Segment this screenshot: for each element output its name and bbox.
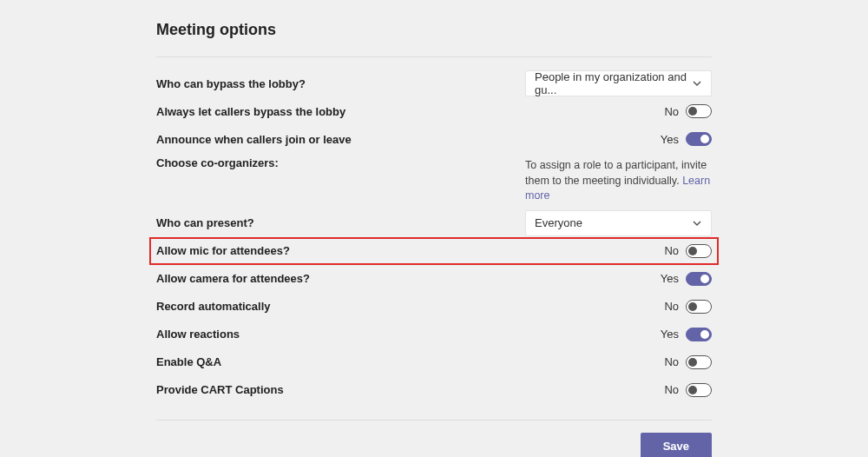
value-cart: No xyxy=(664,383,679,396)
toggle-enable-qa[interactable] xyxy=(686,355,712,369)
toggle-always-bypass[interactable] xyxy=(686,104,712,118)
row-allow-mic: Allow mic for attendees? No xyxy=(149,237,719,265)
label-cart: Provide CART Captions xyxy=(156,383,284,396)
value-announce: Yes xyxy=(661,133,679,146)
row-announce: Announce when callers join or leave Yes xyxy=(156,125,712,153)
label-coorganizers: Choose co-organizers: xyxy=(156,156,279,169)
meeting-options-panel: Meeting options Who can bypass the lobby… xyxy=(0,0,868,457)
label-allow-mic: Allow mic for attendees? xyxy=(156,244,290,257)
value-allow-camera: Yes xyxy=(661,272,679,285)
value-allow-mic: No xyxy=(664,244,679,257)
row-allow-reactions: Allow reactions Yes xyxy=(156,321,712,348)
chevron-down-icon xyxy=(692,218,702,228)
label-presenters: Who can present? xyxy=(156,216,254,229)
label-bypass-lobby: Who can bypass the lobby? xyxy=(156,77,306,90)
select-presenters-value: Everyone xyxy=(535,216,582,229)
toggle-announce[interactable] xyxy=(686,132,712,146)
page-title: Meeting options xyxy=(156,21,712,57)
value-always-bypass: No xyxy=(664,105,679,118)
footer: Save xyxy=(156,420,712,458)
toggle-cart[interactable] xyxy=(686,383,712,397)
row-always-bypass: Always let callers bypass the lobby No xyxy=(156,97,712,125)
row-presenters: Who can present? Everyone xyxy=(156,209,712,237)
toggle-allow-reactions[interactable] xyxy=(686,328,712,341)
label-allow-reactions: Allow reactions xyxy=(156,328,240,341)
select-bypass-lobby-value: People in my organization and gu... xyxy=(535,70,692,96)
value-allow-reactions: Yes xyxy=(661,328,679,341)
row-enable-qa: Enable Q&A No xyxy=(156,348,712,376)
row-bypass-lobby: Who can bypass the lobby? People in my o… xyxy=(156,70,712,97)
label-enable-qa: Enable Q&A xyxy=(156,355,221,368)
toggle-record-auto[interactable] xyxy=(686,300,712,314)
label-record-auto: Record automatically xyxy=(156,300,271,313)
info-coorganizers-text: To assign a role to a participant, invit… xyxy=(525,159,707,187)
row-cart: Provide CART Captions No xyxy=(156,376,712,404)
chevron-down-icon xyxy=(692,78,702,89)
toggle-allow-camera[interactable] xyxy=(686,272,712,286)
row-record-auto: Record automatically No xyxy=(156,293,712,321)
select-bypass-lobby[interactable]: People in my organization and gu... xyxy=(525,70,712,96)
row-allow-camera: Allow camera for attendees? Yes xyxy=(156,265,712,293)
save-button[interactable]: Save xyxy=(641,433,712,458)
row-coorganizers: Choose co-organizers: To assign a role t… xyxy=(156,153,712,209)
label-always-bypass: Always let callers bypass the lobby xyxy=(156,105,345,118)
info-coorganizers: To assign a role to a participant, invit… xyxy=(525,156,712,204)
toggle-allow-mic[interactable] xyxy=(686,244,712,258)
select-presenters[interactable]: Everyone xyxy=(525,210,712,236)
label-announce: Announce when callers join or leave xyxy=(156,133,352,146)
label-allow-camera: Allow camera for attendees? xyxy=(156,272,310,285)
value-record-auto: No xyxy=(664,300,679,313)
value-enable-qa: No xyxy=(664,355,679,368)
